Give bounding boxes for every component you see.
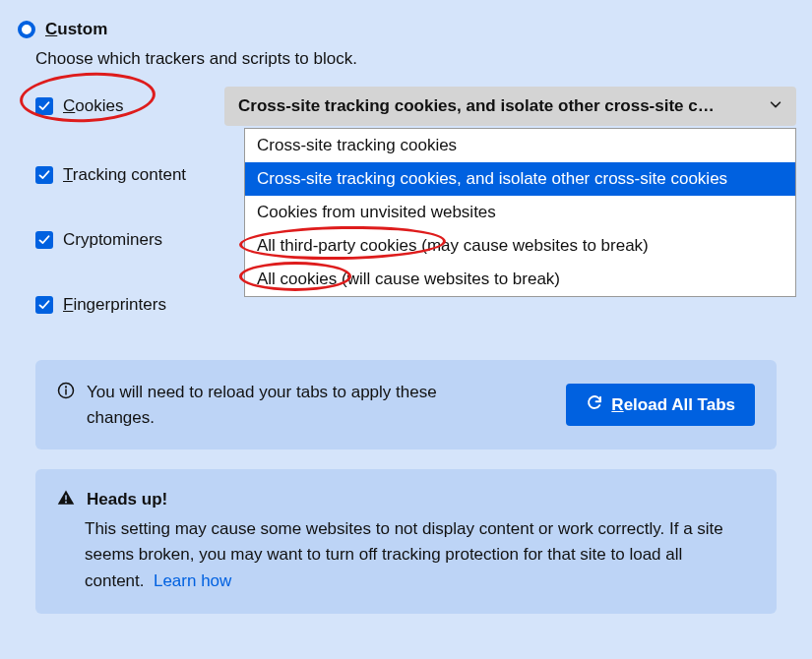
cookies-label: Cookies <box>63 96 123 116</box>
reload-info-text: You will need to reload your tabs to app… <box>87 380 490 430</box>
heads-up-warning: Heads up! This setting may cause some we… <box>35 469 777 614</box>
crypto-checkbox[interactable]: Cryptominers <box>35 230 224 250</box>
dropdown-item[interactable]: All third-party cookies (may cause websi… <box>245 229 795 263</box>
tracking-checkbox[interactable]: Tracking content <box>35 165 224 185</box>
tracking-label: Tracking content <box>63 165 186 185</box>
crypto-label: Cryptominers <box>63 230 162 250</box>
cookies-dropdown: Cross-site tracking cookies Cross-site t… <box>244 128 796 297</box>
checkbox-checked-icon <box>35 166 53 184</box>
learn-how-link[interactable]: Learn how <box>154 571 231 590</box>
svg-rect-3 <box>65 495 67 500</box>
option-row-finger: Fingerprinters <box>35 295 796 315</box>
cookies-select[interactable]: Cross-site tracking cookies, and isolate… <box>224 87 796 126</box>
option-row-cookies: Cookies Cross-site tracking cookies, and… <box>35 87 796 126</box>
subtitle: Choose which trackers and scripts to blo… <box>35 49 796 69</box>
reload-icon <box>586 393 603 416</box>
checkbox-checked-icon <box>35 97 53 115</box>
dropdown-item[interactable]: Cross-site tracking cookies, and isolate… <box>245 162 795 196</box>
radio-icon <box>18 21 35 38</box>
dropdown-item[interactable]: All cookies (will cause websites to brea… <box>245 263 795 296</box>
chevron-down-icon <box>769 96 782 116</box>
warning-body: This setting may cause some websites to … <box>85 516 755 594</box>
warning-icon <box>57 489 75 510</box>
svg-point-1 <box>65 386 67 388</box>
info-icon <box>57 382 75 403</box>
checkbox-checked-icon <box>35 231 53 249</box>
warning-title: Heads up! <box>87 490 167 509</box>
reload-all-tabs-button[interactable]: Reload All Tabs <box>566 384 755 426</box>
finger-checkbox[interactable]: Fingerprinters <box>35 295 224 315</box>
svg-point-4 <box>65 502 67 504</box>
dropdown-item[interactable]: Cross-site tracking cookies <box>245 129 795 162</box>
cookies-checkbox[interactable]: Cookies <box>35 96 224 116</box>
reload-info-banner: You will need to reload your tabs to app… <box>35 360 777 449</box>
dropdown-item[interactable]: Cookies from unvisited websites <box>245 196 795 229</box>
checkbox-checked-icon <box>35 296 53 314</box>
custom-radio-label: Custom <box>45 20 107 39</box>
options-area: Cookies Cross-site tracking cookies, and… <box>35 87 796 315</box>
finger-label: Fingerprinters <box>63 295 166 315</box>
custom-radio-row[interactable]: Custom <box>18 20 796 39</box>
svg-rect-2 <box>65 389 67 395</box>
select-display-text: Cross-site tracking cookies, and isolate… <box>238 96 715 116</box>
